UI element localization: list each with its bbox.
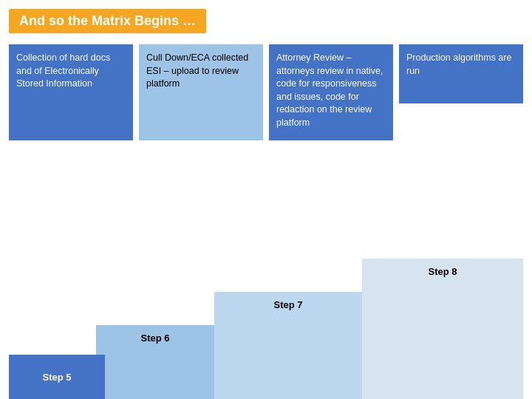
step7: Step 7 bbox=[214, 292, 362, 399]
collection-box: Collection of hard docs and of Electroni… bbox=[9, 44, 133, 140]
step8-label: Step 8 bbox=[428, 266, 457, 277]
step5: Step 5 bbox=[9, 355, 105, 399]
step6: Step 6 bbox=[96, 325, 214, 399]
slide-title: And so the Matrix Begins … bbox=[9, 9, 206, 33]
step5-label: Step 5 bbox=[42, 372, 71, 383]
production-box: Production algorithms are run bbox=[399, 44, 523, 103]
attorney-box: Attorney Review – attorneys review in na… bbox=[269, 44, 393, 140]
info-boxes-row: Collection of hard docs and of Electroni… bbox=[9, 44, 523, 140]
collection-text: Collection of hard docs and of Electroni… bbox=[16, 52, 126, 91]
step7-label: Step 7 bbox=[273, 299, 302, 310]
cull-text: Cull Down/ECA collected ESI – upload to … bbox=[146, 52, 256, 91]
step8: Step 8 bbox=[362, 259, 523, 399]
steps-area: Step 8 Step 7 Step 6 Step 5 bbox=[0, 236, 532, 399]
attorney-text: Attorney Review – attorneys review in na… bbox=[276, 52, 386, 129]
production-text: Production algorithms are run bbox=[406, 52, 516, 78]
step6-label: Step 6 bbox=[140, 332, 169, 344]
cull-box: Cull Down/ECA collected ESI – upload to … bbox=[139, 44, 263, 140]
